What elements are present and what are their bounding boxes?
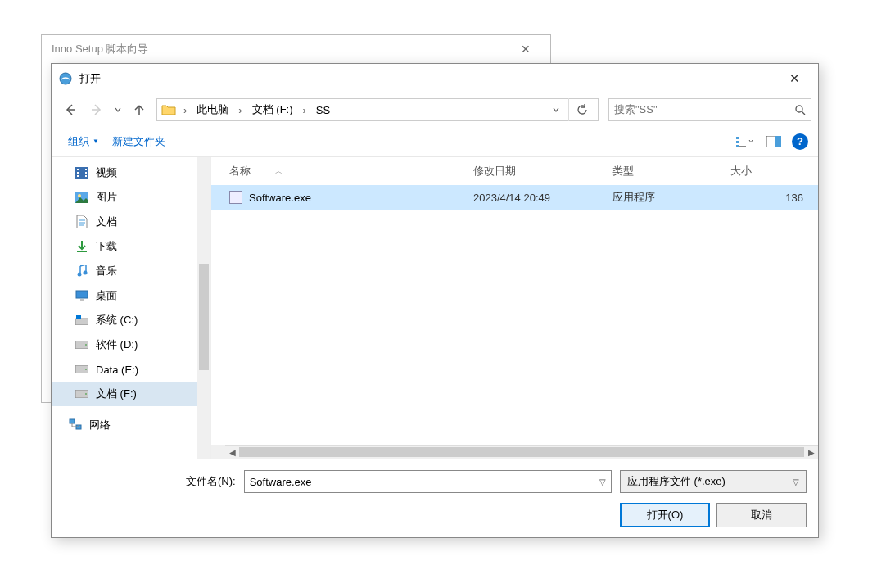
filetype-label: 应用程序文件 (*.exe)	[627, 474, 725, 489]
close-button[interactable]: ✕	[778, 66, 811, 91]
forward-button[interactable]	[84, 98, 109, 121]
tree-item-label: 音乐	[96, 264, 117, 278]
tree-item-label: 下载	[96, 239, 117, 254]
filetype-select[interactable]: 应用程序文件 (*.exe) ▽	[620, 470, 807, 493]
downloads-icon	[75, 239, 89, 254]
new-folder-label: 新建文件夹	[112, 134, 165, 149]
organize-label: 组织	[68, 134, 89, 149]
drive-icon	[75, 337, 89, 352]
parent-window-title: Inno Setup 脚本向导	[52, 42, 149, 57]
svg-rect-9	[775, 136, 781, 147]
drive-windows-icon	[75, 313, 89, 328]
chevron-right-icon: ›	[235, 104, 245, 116]
column-header-size[interactable]: 大小	[727, 164, 818, 179]
new-folder-button[interactable]: 新建文件夹	[106, 131, 172, 152]
scroll-left-button[interactable]: ◀	[225, 448, 239, 457]
music-icon	[75, 264, 89, 278]
preview-pane-button[interactable]	[762, 132, 785, 152]
search-placeholder: 搜索"SS"	[614, 102, 658, 117]
scrollbar-thumb[interactable]	[199, 264, 209, 370]
horizontal-scrollbar-row: ◀ ▶	[211, 445, 818, 459]
refresh-button[interactable]	[568, 98, 594, 121]
file-type: 应用程序	[612, 190, 727, 205]
tree-scrollbar[interactable]	[197, 157, 210, 459]
up-button[interactable]	[127, 98, 151, 121]
tree-item-label: 软件 (D:)	[96, 337, 138, 352]
dialog-titlebar: 打开 ✕	[52, 64, 818, 93]
address-dropdown[interactable]	[547, 106, 565, 114]
cancel-button[interactable]: 取消	[716, 503, 807, 527]
tree-item-drive-f[interactable]: 文档 (F:)	[52, 382, 197, 406]
svg-rect-2	[736, 137, 739, 139]
folder-icon	[160, 102, 177, 118]
tree-item-label: 图片	[96, 190, 117, 205]
column-header-name[interactable]: 名称 ︿	[211, 164, 473, 179]
organize-button[interactable]: 组织 ▼	[61, 131, 106, 152]
documents-icon	[75, 215, 89, 229]
svg-point-18	[78, 194, 81, 197]
svg-rect-21	[76, 291, 88, 298]
scroll-right-button[interactable]: ▶	[804, 448, 818, 457]
chevron-right-icon: ›	[300, 104, 310, 116]
file-list[interactable]: Software.exe 2023/4/14 20:49 应用程序 136	[211, 185, 818, 445]
scrollbar-thumb[interactable]	[239, 447, 804, 457]
tree-item-label: 视频	[96, 165, 117, 180]
tree-item-videos[interactable]: 视频	[52, 161, 197, 185]
tree-item-label: 桌面	[96, 288, 117, 303]
pictures-icon	[75, 190, 89, 205]
filename-value: Software.exe	[250, 476, 312, 488]
svg-rect-13	[77, 175, 79, 177]
history-dropdown[interactable]	[111, 98, 125, 121]
file-row[interactable]: Software.exe 2023/4/14 20:49 应用程序 136	[211, 185, 818, 210]
tree-item-downloads[interactable]: 下载	[52, 234, 197, 259]
tree-item-drive-d[interactable]: 软件 (D:)	[52, 332, 197, 357]
horizontal-scrollbar[interactable]: ◀ ▶	[225, 445, 818, 459]
svg-rect-5	[739, 142, 746, 142]
file-date: 2023/4/14 20:49	[473, 192, 612, 204]
breadcrumb-seg-3[interactable]: SS	[313, 102, 333, 118]
dialog-title: 打开	[79, 71, 101, 86]
tree-item-label: 系统 (C:)	[96, 313, 138, 328]
chevron-down-icon[interactable]: ▽	[599, 477, 606, 486]
tree-item-documents[interactable]: 文档	[52, 210, 197, 234]
dialog-body: 视频 图片 文档 下载 音乐	[52, 157, 818, 459]
svg-rect-3	[739, 138, 746, 138]
view-mode-button[interactable]	[733, 132, 756, 152]
parent-close-button[interactable]: ✕	[511, 39, 540, 59]
column-headers: 名称 ︿ 修改日期 类型 大小	[211, 157, 818, 185]
column-header-type[interactable]: 类型	[612, 164, 727, 179]
desktop-icon	[75, 288, 89, 303]
help-button[interactable]: ?	[792, 133, 808, 150]
search-box[interactable]: 搜索"SS"	[608, 98, 811, 121]
tree-item-network[interactable]: 网络	[52, 413, 197, 437]
open-button[interactable]: 打开(O)	[620, 503, 710, 527]
tree-item-drive-e[interactable]: Data (E:)	[52, 357, 197, 382]
file-size: 136	[727, 192, 818, 204]
tree-item-music[interactable]: 音乐	[52, 259, 197, 283]
address-bar[interactable]: › 此电脑 › 文档 (F:) › SS	[156, 98, 599, 121]
svg-rect-11	[77, 169, 79, 170]
svg-rect-6	[736, 145, 739, 147]
filename-input[interactable]: Software.exe ▽	[244, 470, 612, 493]
svg-point-20	[84, 271, 88, 275]
back-button[interactable]	[58, 98, 83, 121]
tree-item-pictures[interactable]: 图片	[52, 185, 197, 210]
chevron-down-icon: ▽	[793, 477, 799, 486]
tree-panel: 视频 图片 文档 下载 音乐	[52, 157, 210, 459]
breadcrumb-seg-2[interactable]: 文档 (F:)	[249, 101, 296, 119]
file-panel: 名称 ︿ 修改日期 类型 大小 Software.exe 2023/4/14 2…	[210, 157, 818, 459]
breadcrumb-seg-1[interactable]: 此电脑	[193, 101, 232, 119]
tree-item-label: 文档 (F:)	[96, 387, 137, 401]
tree-item-desktop[interactable]: 桌面	[52, 283, 197, 308]
column-header-date[interactable]: 修改日期	[473, 164, 612, 179]
tree-item-drive-c[interactable]: 系统 (C:)	[52, 308, 197, 332]
svg-rect-4	[736, 141, 739, 143]
navigation-row: › 此电脑 › 文档 (F:) › SS 搜索"SS"	[52, 93, 818, 126]
svg-point-27	[85, 369, 87, 370]
tree-list[interactable]: 视频 图片 文档 下载 音乐	[52, 157, 197, 459]
file-open-dialog: 打开 ✕ › 此电脑 › 文档 (F:) › SS	[51, 63, 819, 538]
drive-icon	[75, 362, 89, 377]
tree-item-label: 文档	[96, 215, 117, 229]
drive-icon	[75, 387, 89, 401]
file-name: Software.exe	[249, 192, 311, 204]
